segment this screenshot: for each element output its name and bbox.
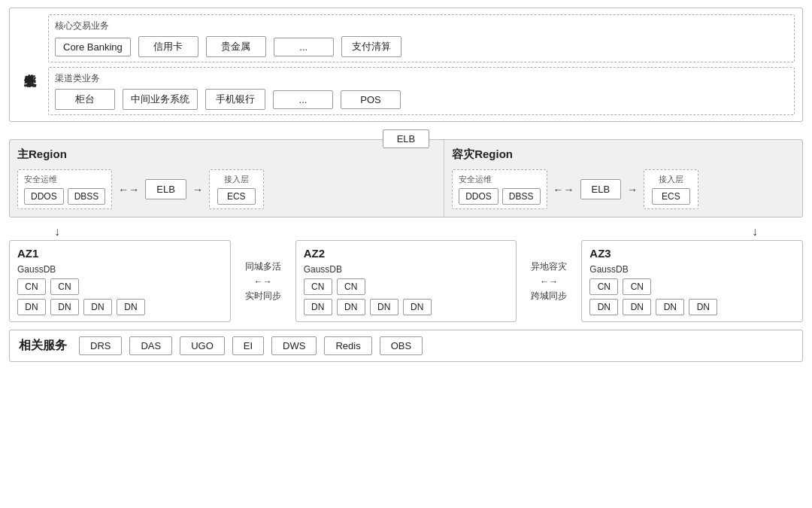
az3-cn-1: CN: [623, 278, 651, 295]
az3-block: AZ3 GaussDB CN CN DN DN DN DN: [581, 240, 803, 322]
related-item-5: Redis: [324, 336, 371, 355]
az3-dn-3: DN: [689, 299, 717, 315]
disaster-sec-ops-btns: DDOS DBSS: [459, 188, 540, 205]
elb-float: ELB: [383, 129, 430, 148]
disaster-region-content: 安全运维 DDOS DBSS ←→ ELB → 接入层 ECS: [452, 169, 795, 209]
channel-items-row: 柜台 中间业务系统 手机银行 ... POS: [55, 89, 788, 110]
core-item-2: 贵金属: [206, 36, 266, 57]
az1-cn-0: CN: [17, 278, 46, 295]
channel-item-1: 中间业务系统: [123, 89, 198, 110]
disaster-elb: ELB: [580, 179, 622, 199]
disaster-region: 容灾Region 安全运维 DDOS DBSS ←→ ELB →: [444, 140, 802, 217]
sync-label-3: 异地容灾: [531, 260, 567, 273]
channel-item-2: 手机银行: [205, 89, 265, 110]
core-sub-label: 核心交易业务: [55, 20, 788, 32]
disaster-ecs: ECS: [652, 188, 690, 205]
core-item-0: Core Banking: [55, 38, 131, 56]
main-sec-ops-label: 安全运维: [24, 174, 105, 185]
disaster-sec-ops-label: 安全运维: [459, 174, 540, 185]
related-item-6: OBS: [380, 336, 423, 355]
core-transactions-sub: 核心交易业务 Core Banking 信用卡 贵金属 ... 支付清算: [48, 14, 795, 62]
business-section: 业务系统 核心交易业务 Core Banking 信用卡 贵金属 ... 支付清…: [9, 8, 803, 122]
az3-title: AZ3: [589, 247, 795, 260]
sync-label-1: 同城多活: [245, 260, 281, 273]
channel-sub-label: 渠道类业务: [55, 72, 788, 85]
az2-db-label: GaussDB: [304, 264, 509, 275]
az1-dn-row: DN DN DN DN: [17, 299, 223, 315]
az2-title: AZ2: [304, 247, 509, 260]
core-item-4: 支付清算: [341, 36, 401, 57]
az2-cn-0: CN: [304, 278, 332, 295]
channel-sub: 渠道类业务 柜台 中间业务系统 手机银行 ... POS: [48, 67, 795, 115]
top-elb-box: ELB: [383, 129, 430, 148]
az2-cn-row: CN CN: [304, 278, 509, 295]
az2-dn-row: DN DN DN DN: [304, 299, 509, 315]
down-arrow-right: ↓: [752, 225, 758, 239]
main-elb: ELB: [145, 179, 186, 199]
sync-arrow-1: ←→: [254, 276, 272, 287]
main-arrow-1: ←→: [118, 184, 139, 196]
az2-block: AZ2 GaussDB CN CN DN DN DN DN: [295, 240, 517, 322]
az1-dn-2: DN: [83, 299, 112, 315]
related-item-4: DWS: [271, 336, 317, 355]
disaster-arrow-1: ←→: [553, 184, 574, 196]
main-sec-ops: 安全运维 DDOS DBSS: [17, 169, 112, 209]
main-access-label: 接入层: [217, 174, 256, 185]
az3-dn-0: DN: [589, 299, 618, 315]
main-dbss: DBSS: [68, 188, 106, 205]
az-row: AZ1 GaussDB CN CN DN DN DN DN 同城多活 ←→ 实时…: [9, 240, 803, 322]
related-item-1: DAS: [129, 336, 172, 355]
az1-cn-row: CN CN: [17, 278, 223, 295]
core-item-1: 信用卡: [138, 36, 198, 57]
az1-title: AZ1: [17, 247, 223, 260]
az1-dn-0: DN: [17, 299, 46, 315]
az-middle-1: 同城多活 ←→ 实时同步: [237, 240, 289, 322]
az1-dn-3: DN: [117, 299, 145, 315]
disaster-dbss: DBSS: [502, 188, 541, 205]
main-ecs: ECS: [217, 188, 256, 205]
core-item-3: ...: [274, 38, 334, 56]
az3-cn-row: CN CN: [589, 278, 795, 295]
related-services: 相关服务 DRS DAS UGO EI DWS Redis OBS: [9, 330, 803, 362]
az-middle-2: 异地容灾 ←→ 跨城同步: [523, 240, 575, 322]
main-arrow-2: →: [192, 184, 203, 196]
disaster-sec-ops: 安全运维 DDOS DBSS: [452, 169, 547, 209]
main-ddos: DDOS: [24, 188, 64, 205]
az3-db-label: GaussDB: [589, 264, 795, 275]
az2-dn-3: DN: [403, 299, 432, 315]
regions-outer: ELB 主Region 安全运维 DDOS DBSS ←→ ELB: [9, 129, 803, 217]
sync-arrow-2: ←→: [540, 276, 558, 287]
channel-item-3: ...: [273, 90, 333, 109]
disaster-access-layer: 接入层 ECS: [644, 169, 698, 209]
channel-item-0: 柜台: [55, 89, 115, 110]
disaster-arrow-2: →: [627, 184, 638, 196]
disaster-ddos: DDOS: [459, 188, 498, 205]
elb-center-wrap: ELB: [9, 129, 803, 150]
main-region-content: 安全运维 DDOS DBSS ←→ ELB → 接入层 ECS: [17, 169, 436, 209]
az3-dn-2: DN: [656, 299, 684, 315]
az2-dn-1: DN: [337, 299, 365, 315]
sync-label-4: 跨城同步: [531, 290, 567, 303]
down-arrow-left: ↓: [54, 225, 60, 239]
az1-block: AZ1 GaussDB CN CN DN DN DN DN: [9, 240, 231, 322]
az2-dn-0: DN: [304, 299, 332, 315]
main-access-layer: 接入层 ECS: [209, 169, 264, 209]
az3-dn-row: DN DN DN DN: [589, 299, 795, 315]
related-items: DRS DAS UGO EI DWS Redis OBS: [79, 336, 423, 355]
az1-cn-1: CN: [50, 278, 79, 295]
disaster-access-label: 接入层: [652, 174, 690, 185]
core-items-row: Core Banking 信用卡 贵金属 ... 支付清算: [55, 36, 788, 57]
related-item-2: UGO: [180, 336, 225, 355]
main-region: 主Region 安全运维 DDOS DBSS ←→ ELB →: [10, 140, 444, 217]
az1-dn-1: DN: [50, 299, 79, 315]
related-label: 相关服务: [19, 338, 67, 354]
regions-inner: 主Region 安全运维 DDOS DBSS ←→ ELB →: [9, 139, 803, 217]
related-item-3: EI: [232, 336, 264, 355]
az3-dn-1: DN: [623, 299, 651, 315]
az1-db-label: GaussDB: [17, 264, 223, 275]
az3-cn-0: CN: [589, 278, 618, 295]
down-arrows: ↓ ↓: [9, 225, 803, 239]
business-right: 核心交易业务 Core Banking 信用卡 贵金属 ... 支付清算 渠道类…: [48, 14, 795, 115]
az2-dn-2: DN: [370, 299, 398, 315]
channel-item-4: POS: [341, 90, 401, 109]
